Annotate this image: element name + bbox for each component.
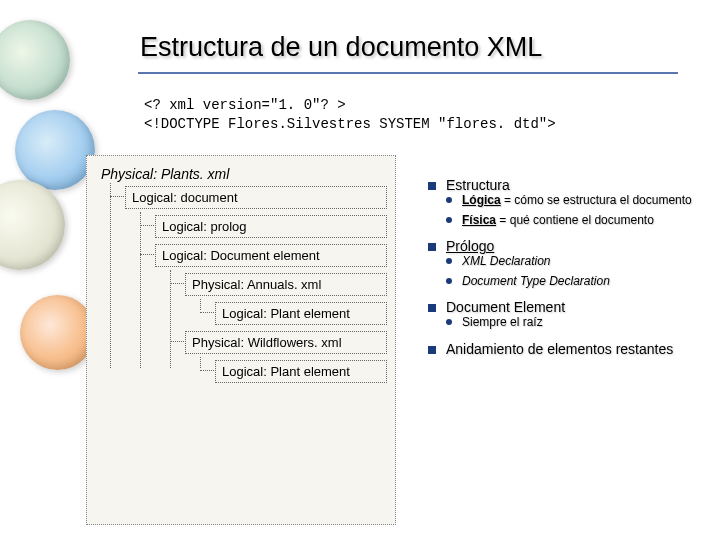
outline-item: Prólogo XML Declaration Document Type De… <box>428 238 718 289</box>
outline-subitem: Física = qué contiene el documento <box>446 213 718 229</box>
clock-icon <box>15 110 95 190</box>
outline-subitem: Lógica = cómo se estructura el documento <box>446 193 718 209</box>
tree-root: Physical: Plants. xml <box>95 162 387 186</box>
outline-item: Anidamiento de elementos restantes <box>428 341 718 357</box>
clock-icon <box>0 180 65 270</box>
code-line-2: <!DOCTYPE Flores.Silvestres SYSTEM "flor… <box>144 116 556 132</box>
outline-heading: Prólogo <box>446 238 494 254</box>
tree-node: Logical: prolog <box>155 215 387 238</box>
outline-heading: Estructura <box>446 177 510 193</box>
tree-node: Logical: Plant element <box>215 360 387 383</box>
tree-node: Physical: Wildflowers. xml <box>185 331 387 354</box>
page-title: Estructura de un documento XML <box>140 32 542 63</box>
clock-icon <box>0 20 70 100</box>
tree-node: Physical: Annuals. xml <box>185 273 387 296</box>
tree-node: Logical: document <box>125 186 387 209</box>
tree-node: Logical: Plant element <box>215 302 387 325</box>
clock-icon <box>20 295 95 370</box>
outline-subitem: XML Declaration <box>446 254 718 270</box>
outline-subitem: Siempre el raíz <box>446 315 718 331</box>
tree-node: Logical: Document element <box>155 244 387 267</box>
decorative-sidebar <box>0 0 88 540</box>
outline-subitem: Document Type Declaration <box>446 274 718 290</box>
title-underline <box>138 72 678 74</box>
outline-heading: Anidamiento de elementos restantes <box>446 341 673 357</box>
xml-code-sample: <? xml version="1. 0"? > <!DOCTYPE Flore… <box>144 96 556 134</box>
outline-heading: Document Element <box>446 299 565 315</box>
content-outline: Estructura Lógica = cómo se estructura e… <box>428 177 718 367</box>
outline-item: Document Element Siempre el raíz <box>428 299 718 331</box>
outline-item: Estructura Lógica = cómo se estructura e… <box>428 177 718 228</box>
document-tree: Physical: Plants. xml Logical: document … <box>86 155 396 525</box>
code-line-1: <? xml version="1. 0"? > <box>144 97 346 113</box>
